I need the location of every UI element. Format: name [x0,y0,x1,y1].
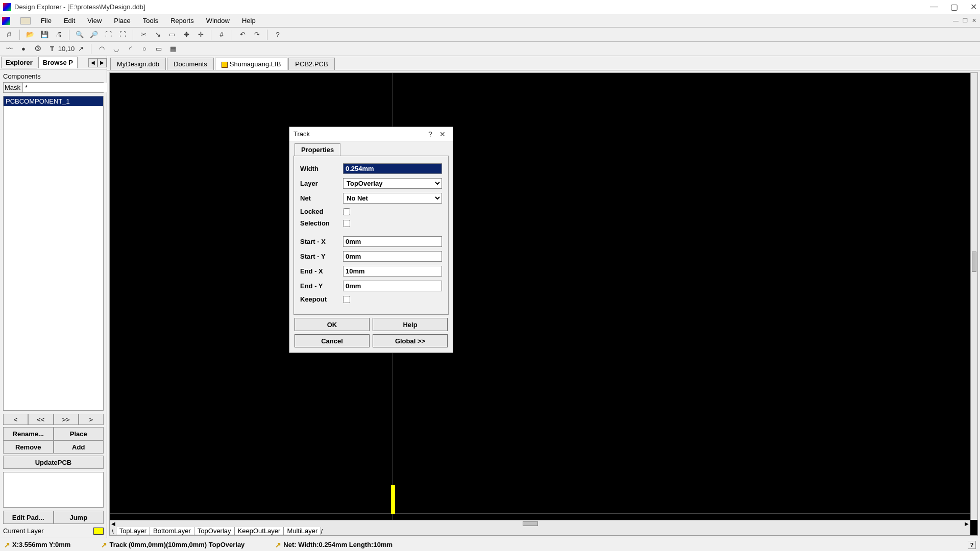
layer-select[interactable]: TopOverlay [343,178,442,189]
zoom-in-icon[interactable]: 🔍 [75,30,85,40]
startx-input[interactable] [343,236,442,247]
arc-edge-icon[interactable]: ◡ [111,44,121,54]
menu-edit[interactable]: Edit [59,16,80,26]
menu-place[interactable]: Place [109,16,136,26]
pad-icon[interactable]: ● [18,44,29,54]
circle-icon[interactable]: ○ [139,44,150,54]
starty-input[interactable] [343,251,442,262]
add-button[interactable]: Add [54,440,104,454]
dialog-tab-properties[interactable]: Properties [295,143,340,156]
line-icon[interactable]: 〰 [4,44,14,54]
nav-fast-next-button[interactable]: >> [54,414,79,425]
arc-center-icon[interactable]: ◠ [96,44,107,54]
menu-reports[interactable]: Reports [165,16,199,26]
tab-scroll-right-icon[interactable]: ▶ [97,58,107,67]
layer-tab-bottomlayer[interactable]: BottomLayer [150,527,194,535]
selection-checkbox[interactable] [343,220,350,227]
jump-button[interactable]: Jump [54,511,104,524]
fill-icon[interactable]: ▭ [154,44,164,54]
width-input[interactable] [343,163,442,174]
tab-explorer[interactable]: Explorer [1,57,37,68]
nav-next-button[interactable]: > [79,414,104,425]
endx-input[interactable] [343,266,442,277]
close-button[interactable]: ✕ [970,2,977,12]
zoom-fit-icon[interactable]: ⛶ [103,30,113,40]
rename-button[interactable]: Rename... [3,427,54,440]
menu-window[interactable]: Window [201,16,235,26]
doc-tab-pcb2[interactable]: PCB2.PCB [288,58,334,70]
net-select[interactable]: No Net [343,193,442,204]
redo-icon[interactable]: ↷ [252,30,262,40]
global-button[interactable]: Global >> [373,334,448,347]
mask-input[interactable] [22,83,113,92]
doc-tab-mydesign[interactable]: MyDesign.ddb [110,58,166,70]
pointer-icon[interactable]: ↘ [153,30,163,40]
move-icon[interactable]: ✥ [181,30,191,40]
tab-browse[interactable]: Browse P [38,57,78,68]
print-icon[interactable]: 🖨 [54,30,64,40]
v-scroll-thumb[interactable] [972,252,976,272]
h-scroll-thumb[interactable] [523,521,538,526]
vertical-scrollbar[interactable] [970,73,977,520]
component-list[interactable]: PCBCOMPONENT_1 [3,96,104,411]
pcb-canvas[interactable]: ◀ ▶ \ TopLayer BottomLayer TopOverlay Ke… [109,72,978,536]
mdi-restore-icon[interactable]: ❐ [961,17,969,24]
layer-tab-topoverlay[interactable]: TopOverlay [194,527,235,535]
cut-icon[interactable]: ✂ [138,30,149,40]
track-marker[interactable] [391,485,395,514]
layer-color-swatch[interactable] [93,528,104,535]
cancel-button[interactable]: Cancel [295,334,370,347]
open-icon[interactable]: 📂 [25,30,35,40]
window-titlebar: Design Explorer - [E:\protess\MyDesign.d… [0,0,980,14]
dimension-icon[interactable]: ↗ [76,44,86,54]
help-button[interactable]: Help [373,318,448,331]
layer-tab-toplayer[interactable]: TopLayer [116,527,150,535]
undo-icon[interactable]: ↶ [237,30,248,40]
help-icon[interactable]: ? [273,30,283,40]
minimize-button[interactable]: — [930,2,938,12]
array-icon[interactable]: ▦ [168,44,178,54]
ok-button[interactable]: OK [295,318,370,331]
layer-tab-keepoutlayer[interactable]: KeepOutLayer [234,527,284,535]
zoom-area-icon[interactable]: ⛶ [117,30,128,40]
maximize-button[interactable]: ▢ [950,2,958,12]
status-help-icon[interactable]: ? [968,541,976,549]
nav-fast-prev-button[interactable]: << [28,414,53,425]
arc-any-icon[interactable]: ◜ [125,44,135,54]
h-scroll-left-icon[interactable]: ◀ [110,520,117,527]
keepout-checkbox[interactable] [343,296,350,303]
grid-icon[interactable]: # [216,30,227,40]
doc-tab-lib[interactable]: Shumaguang.LIB [215,58,287,70]
via-icon[interactable]: ⭗ [33,44,43,54]
endy-input[interactable] [343,281,442,291]
place-button[interactable]: Place [54,427,104,440]
select-rect-icon[interactable]: ▭ [167,30,177,40]
nav-prev-button[interactable]: < [3,414,28,425]
coord-icon[interactable]: 10,10 [61,44,71,54]
save-icon[interactable]: 💾 [39,30,50,40]
list-item[interactable]: PCBCOMPONENT_1 [4,96,103,106]
menu-help[interactable]: Help [237,16,261,26]
mdi-close-icon[interactable]: ✕ [970,17,978,24]
status-arrow-icon: ↗ [101,541,107,549]
remove-button[interactable]: Remove [3,440,54,454]
menu-file[interactable]: File [36,16,57,26]
editpad-button[interactable]: Edit Pad... [3,511,54,524]
zoom-out-icon[interactable]: 🔎 [89,30,99,40]
dialog-help-icon[interactable]: ? [424,130,436,138]
mdi-minimize-icon[interactable]: — [951,17,960,24]
tree-icon[interactable]: ⎙ [4,30,14,40]
dialog-close-icon[interactable]: ✕ [436,130,449,138]
menu-tools[interactable]: Tools [138,16,163,26]
crosshair-icon[interactable]: ✛ [195,30,206,40]
layer-tab-multilayer[interactable]: MultiLayer [283,527,321,535]
h-scroll-right-icon[interactable]: ▶ [963,520,970,527]
horizontal-scrollbar[interactable]: ◀ ▶ [110,520,970,527]
updatepcb-button[interactable]: UpdatePCB [3,456,104,469]
text-icon[interactable]: T [47,44,57,54]
doc-tab-documents[interactable]: Documents [167,58,214,70]
menu-view[interactable]: View [82,16,107,26]
locked-checkbox[interactable] [343,208,350,215]
tab-scroll-left-icon[interactable]: ◀ [88,58,97,67]
selection-label: Selection [300,219,343,227]
